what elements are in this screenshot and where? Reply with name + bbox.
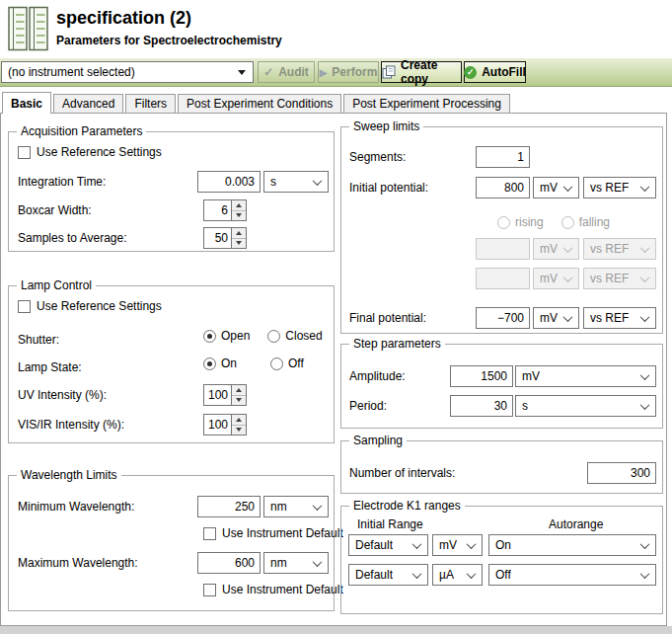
shutter-radio-group: Open Closed xyxy=(203,329,323,343)
tab-advanced[interactable]: Advanced xyxy=(53,94,123,113)
chevron-down-icon xyxy=(563,312,573,322)
maximum-wavelength-unit-value: nm xyxy=(270,556,287,570)
tab-bar: Basic Advanced Filters Post Experiment C… xyxy=(2,92,512,114)
lamp-state-radio-group: On Off xyxy=(203,357,304,370)
k1-current-autorange-select[interactable]: Off xyxy=(488,564,656,586)
tab-post-experiment-conditions[interactable]: Post Experiment Conditions xyxy=(178,94,341,113)
lamp-on-radio[interactable]: On xyxy=(203,357,237,370)
wavelength-limits-group: Wavelength Limits Minimum Wavelength: 25… xyxy=(8,475,335,611)
vertex-potential-2-unit-value: mV xyxy=(540,272,558,285)
maximum-wavelength-unit-select[interactable]: nm xyxy=(263,552,329,574)
chevron-down-icon xyxy=(640,312,650,322)
rising-radio[interactable]: rising xyxy=(497,215,544,229)
spin-down-button[interactable] xyxy=(232,211,246,221)
autofill-button[interactable]: ✓ AutoFill xyxy=(464,61,526,83)
chevron-down-icon xyxy=(412,539,422,549)
falling-radio[interactable]: falling xyxy=(561,215,610,229)
shutter-closed-radio[interactable]: Closed xyxy=(267,329,322,343)
tab-post-experiment-processing[interactable]: Post Experiment Processing xyxy=(343,94,510,113)
maximum-use-default-checkbox[interactable] xyxy=(203,584,216,596)
amplitude-input[interactable]: 1500 xyxy=(450,365,513,387)
vertex-potential-1-reference-select[interactable]: vs REF xyxy=(583,238,656,260)
autofill-icon: ✓ xyxy=(464,66,477,79)
lamp-state-label: Lamp State: xyxy=(18,360,82,374)
window: specification (2) Parameters for Spectro… xyxy=(0,0,672,634)
k1-initial-range-unit-select[interactable]: mV xyxy=(432,534,483,556)
segments-input[interactable]: 1 xyxy=(476,146,530,168)
integration-time-unit-select[interactable]: s xyxy=(263,171,329,193)
direction-radio-group: rising falling xyxy=(497,215,610,229)
maximum-wavelength-label: Maximum Wavelength: xyxy=(18,556,138,570)
chevron-down-icon xyxy=(640,539,650,549)
shutter-open-radio[interactable]: Open xyxy=(203,329,250,343)
k1-current-range-unit-select[interactable]: µA xyxy=(432,564,483,586)
uv-intensity-input[interactable]: 100 xyxy=(203,384,232,406)
uv-intensity-label: UV Intensity (%): xyxy=(18,388,107,402)
lamp-use-reference-checkbox[interactable] xyxy=(18,300,31,313)
maximum-wavelength-input[interactable]: 600 xyxy=(197,552,261,574)
sweep-limits-group: Sweep limits Segments: 1 Initial potenti… xyxy=(340,126,663,334)
amplitude-unit-select[interactable]: mV xyxy=(515,365,656,387)
spin-down-button[interactable] xyxy=(232,426,246,436)
lamp-off-radio[interactable]: Off xyxy=(270,357,304,370)
tab-filters[interactable]: Filters xyxy=(125,94,176,113)
final-potential-unit-select[interactable]: mV xyxy=(533,307,579,329)
chevron-down-icon xyxy=(313,557,323,567)
minimum-wavelength-input[interactable]: 250 xyxy=(197,496,261,517)
audit-button[interactable]: ✓ Audit xyxy=(258,61,315,83)
vertex-potential-2-unit-select[interactable]: mV xyxy=(533,268,579,289)
lamp-use-reference-row: Use Reference Settings xyxy=(18,299,162,313)
number-of-intervals-input[interactable]: 300 xyxy=(587,462,656,484)
minimum-use-default-row: Use Instrument Default xyxy=(203,526,343,540)
initial-potential-unit-value: mV xyxy=(540,181,558,195)
spin-down-button[interactable] xyxy=(232,396,246,406)
k1-initial-range-select[interactable]: Default xyxy=(348,534,428,556)
sweep-limits-group-title: Sweep limits xyxy=(349,119,423,133)
vertex-potential-1-unit-select[interactable]: mV xyxy=(533,238,579,260)
radio-icon xyxy=(561,216,574,229)
period-label: Period: xyxy=(349,399,387,413)
k1-current-range-select[interactable]: Default xyxy=(348,564,428,586)
period-unit-select[interactable]: s xyxy=(515,395,656,417)
final-potential-input[interactable]: −700 xyxy=(476,307,530,329)
k1-autorange-select[interactable]: On xyxy=(488,534,656,556)
vertex-potential-1-unit-value: mV xyxy=(540,242,558,256)
integration-time-input[interactable]: 0.003 xyxy=(197,171,261,193)
instrument-select[interactable]: (no instrument selected) xyxy=(1,61,254,83)
spin-down-icon xyxy=(236,428,242,432)
shutter-closed-label: Closed xyxy=(285,329,322,343)
lamp-control-group-title: Lamp Control xyxy=(17,278,96,292)
create-copy-icon xyxy=(382,65,396,79)
initial-potential-input[interactable]: 800 xyxy=(476,177,530,198)
vertex-potential-1-input[interactable] xyxy=(476,238,530,260)
initial-potential-reference-select[interactable]: vs REF xyxy=(583,177,656,198)
period-input[interactable]: 30 xyxy=(450,395,513,417)
spin-up-button[interactable] xyxy=(232,415,246,426)
boxcar-width-input[interactable]: 6 xyxy=(203,199,232,221)
audit-button-label: Audit xyxy=(278,65,309,79)
acquisition-use-reference-checkbox[interactable] xyxy=(18,146,31,159)
initial-potential-unit-select[interactable]: mV xyxy=(533,177,579,198)
tab-filters-label: Filters xyxy=(134,97,167,111)
samples-to-average-spin-buttons xyxy=(232,227,247,249)
perform-button[interactable]: ▶ Perform xyxy=(318,61,379,83)
spin-up-button[interactable] xyxy=(232,228,246,239)
visir-intensity-input[interactable]: 100 xyxy=(203,414,232,436)
spin-up-button[interactable] xyxy=(232,385,246,396)
spin-up-icon xyxy=(236,231,242,235)
tab-basic[interactable]: Basic xyxy=(2,92,51,114)
minimum-use-default-checkbox[interactable] xyxy=(203,527,216,540)
spin-down-button[interactable] xyxy=(232,239,246,249)
radio-icon xyxy=(270,357,283,370)
final-potential-reference-value: vs REF xyxy=(590,311,629,325)
final-potential-reference-select[interactable]: vs REF xyxy=(583,307,656,329)
spin-up-button[interactable] xyxy=(232,200,246,211)
create-copy-button[interactable]: Create copy xyxy=(381,61,462,83)
vertex-potential-2-input[interactable] xyxy=(476,268,530,289)
acquisition-use-reference-label: Use Reference Settings xyxy=(37,145,162,159)
vertex-potential-2-reference-select[interactable]: vs REF xyxy=(583,268,656,289)
tab-advanced-label: Advanced xyxy=(62,97,114,111)
samples-to-average-input[interactable]: 50 xyxy=(203,227,232,249)
minimum-wavelength-unit-select[interactable]: nm xyxy=(263,496,329,517)
final-potential-label: Final potential: xyxy=(349,311,426,325)
